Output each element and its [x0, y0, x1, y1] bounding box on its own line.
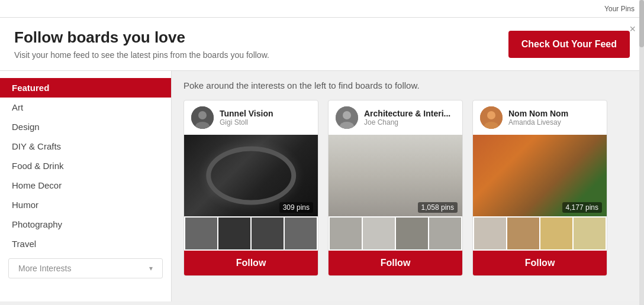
thumbnail-arch-2 — [363, 218, 395, 249]
thumbnail-arch-1 — [330, 218, 362, 249]
top-bar: Your Pins — [0, 0, 644, 18]
board-author-arch: Joe Chang — [364, 118, 450, 126]
thumbnail-tunnel-1 — [185, 218, 217, 249]
follow-button-arch[interactable]: Follow — [329, 251, 462, 275]
header-banner: Follow boards you love Visit your home f… — [0, 18, 644, 71]
check-out-feed-button[interactable]: Check Out Your Feed — [508, 31, 630, 58]
content-area: Poke around the interests on the left to… — [172, 71, 644, 301]
sidebar-item-home-decor[interactable]: Home Decor — [0, 176, 171, 195]
board-header-food: Nom Nom Nom Amanda Livesay — [473, 100, 607, 135]
board-main-image-arch: 1,058 pins — [329, 135, 462, 216]
board-info-tunnel: Tunnel Vision Gigi Stoll — [220, 109, 273, 126]
board-header-arch: Architecture & Interi... Joe Chang — [329, 100, 462, 135]
thumbnail-arch-3 — [396, 218, 428, 249]
sidebar-item-design[interactable]: Design — [0, 117, 171, 137]
sidebar-item-photography[interactable]: Photography — [0, 215, 171, 234]
pin-count-tunnel: 309 pins — [279, 202, 313, 213]
board-name-arch: Architecture & Interi... — [364, 109, 450, 118]
sidebar-item-diy[interactable]: DIY & Crafts — [0, 137, 171, 156]
scrollbar-track[interactable] — [639, 0, 644, 305]
sidebar-item-featured[interactable]: Featured — [0, 78, 171, 98]
sidebar-item-art[interactable]: Art — [0, 98, 171, 117]
avatar-image-tunnel — [191, 106, 214, 129]
board-name-food: Nom Nom Nom — [508, 109, 568, 118]
thumbnail-tunnel-2 — [218, 218, 250, 249]
pin-count-food: 4,177 pins — [562, 202, 602, 213]
page-title: Follow boards you love — [14, 28, 269, 47]
avatar-image-food — [480, 106, 503, 129]
your-pins-link[interactable]: Your Pins — [604, 5, 635, 13]
avatar-image-arch — [336, 106, 358, 129]
header-text: Follow boards you love Visit your home f… — [14, 28, 269, 60]
boards-grid: Tunnel Vision Gigi Stoll 309 pins Follow — [183, 100, 632, 276]
board-info-arch: Architecture & Interi... Joe Chang — [364, 109, 450, 126]
board-thumbnails-tunnel — [184, 216, 318, 251]
board-author-tunnel: Gigi Stoll — [220, 118, 273, 126]
thumbnail-arch-4 — [429, 218, 461, 249]
chevron-down-icon: ▾ — [149, 264, 153, 272]
board-card-tunnel-vision: Tunnel Vision Gigi Stoll 309 pins Follow — [183, 100, 318, 276]
board-card-nomnom: Nom Nom Nom Amanda Livesay 4,177 pins Fo… — [472, 100, 607, 276]
thumbnail-food-4 — [574, 218, 606, 249]
board-name-tunnel: Tunnel Vision — [220, 109, 273, 118]
thumbnail-tunnel-4 — [285, 218, 317, 249]
avatar-arch — [336, 106, 358, 129]
board-info-food: Nom Nom Nom Amanda Livesay — [508, 109, 568, 126]
sidebar: Featured Art Design DIY & Crafts Food & … — [0, 71, 172, 301]
board-header-tunnel: Tunnel Vision Gigi Stoll — [184, 100, 318, 135]
avatar-tunnel — [191, 106, 214, 129]
main-content: Featured Art Design DIY & Crafts Food & … — [0, 71, 644, 301]
pin-count-arch: 1,058 pins — [418, 202, 458, 213]
board-author-food: Amanda Livesay — [508, 118, 568, 126]
sidebar-item-food[interactable]: Food & Drink — [0, 156, 171, 176]
more-interests-label: More Interests — [18, 264, 71, 273]
avatar-food — [480, 106, 503, 129]
close-button[interactable]: × — [629, 24, 636, 34]
thumbnail-tunnel-3 — [252, 218, 284, 249]
more-interests-dropdown[interactable]: More Interests ▾ — [8, 258, 163, 278]
scrollbar-thumb[interactable] — [639, 0, 644, 47]
page-subtitle: Visit your home feed to see the latest p… — [14, 50, 269, 60]
follow-button-food[interactable]: Follow — [473, 251, 607, 275]
sidebar-item-travel[interactable]: Travel — [0, 234, 171, 254]
sidebar-item-humor[interactable]: Humor — [0, 195, 171, 215]
svg-point-4 — [343, 111, 351, 119]
thumbnail-food-3 — [540, 218, 572, 249]
board-thumbnails-food — [473, 216, 607, 251]
content-tagline: Poke around the interests on the left to… — [183, 80, 632, 90]
board-card-architecture: Architecture & Interi... Joe Chang 1,058… — [328, 100, 463, 276]
board-main-image-tunnel: 309 pins — [184, 135, 318, 216]
board-main-image-food: 4,177 pins — [473, 135, 607, 216]
thumbnail-food-1 — [474, 218, 506, 249]
follow-button-tunnel[interactable]: Follow — [184, 251, 318, 275]
svg-point-1 — [198, 111, 207, 119]
svg-point-7 — [487, 111, 495, 119]
thumbnail-food-2 — [507, 218, 539, 249]
board-thumbnails-arch — [329, 216, 462, 251]
